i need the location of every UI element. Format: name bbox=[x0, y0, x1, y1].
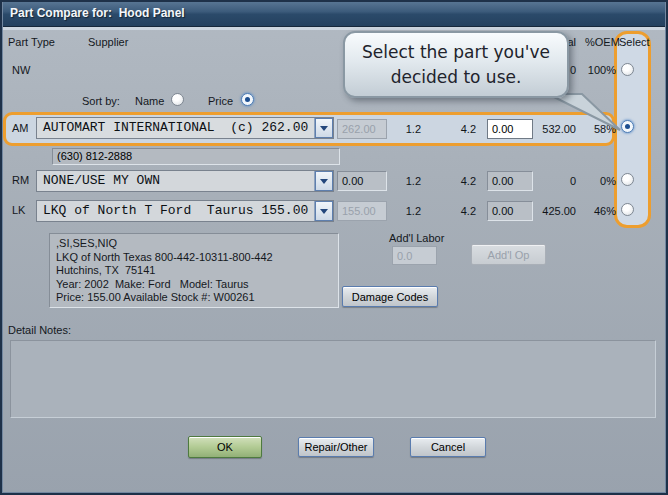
titlebar-bottom-strip bbox=[2, 27, 666, 30]
info-line: Hutchins, TX 75141 bbox=[56, 264, 332, 278]
column-header-select: Select bbox=[619, 36, 650, 48]
sort-price-label: Price bbox=[208, 95, 233, 107]
ok-button[interactable]: OK bbox=[188, 436, 262, 458]
column-header-supplier: Supplier bbox=[88, 36, 128, 48]
row-nw-select-radio[interactable] bbox=[621, 63, 634, 76]
row-lk-pct-oem: 46% bbox=[576, 205, 616, 217]
callout-text-line1: Select the part you've bbox=[345, 40, 567, 65]
row-lk-price-field: 155.00 bbox=[337, 201, 387, 221]
detail-notes-label: Detail Notes: bbox=[8, 324, 71, 336]
row-lk-supplier-dropdown[interactable]: LKQ of North T Ford Taurus 155.00 bbox=[36, 200, 334, 222]
chevron-down-icon[interactable] bbox=[314, 171, 333, 191]
row-rm-hours2: 4.2 bbox=[436, 175, 476, 187]
row-lk-total: 425.00 bbox=[516, 205, 576, 217]
row-lk-select-radio[interactable] bbox=[621, 203, 634, 216]
addl-labor-label: Add'l Labor bbox=[389, 232, 444, 244]
chevron-down-icon[interactable] bbox=[314, 201, 333, 221]
title-bar: Part Compare for: Hood Panel bbox=[0, 0, 668, 27]
info-line: Year: 2002 Make: Ford Model: Taurus bbox=[56, 278, 332, 292]
row-rm-supplier-value: NONE/USE MY OWN bbox=[37, 171, 314, 191]
sort-by-label: Sort by: bbox=[82, 95, 120, 107]
row-am-price-field: 262.00 bbox=[337, 119, 387, 139]
row-lk-hours1: 1.2 bbox=[381, 205, 421, 217]
damage-codes-button[interactable]: Damage Codes bbox=[342, 286, 438, 307]
row-rm-part-type: RM bbox=[12, 174, 29, 186]
row-am-part-type: AM bbox=[12, 122, 29, 134]
info-line: Price: 155.00 Available Stock #: W00261 bbox=[56, 291, 332, 305]
row-lk-hours2: 4.2 bbox=[436, 205, 476, 217]
row-nw-part-type: NW bbox=[12, 64, 30, 76]
column-header-pct-oem: %OEM bbox=[585, 36, 620, 48]
dialog-title: Part Compare for: Hood Panel bbox=[10, 6, 185, 20]
addl-labor-field: 0.0 bbox=[392, 246, 437, 265]
row-am-hours1: 1.2 bbox=[381, 123, 421, 135]
row-rm-price-field[interactable]: 0.00 bbox=[337, 171, 387, 191]
row-rm-hours1: 1.2 bbox=[381, 175, 421, 187]
info-line: ,SI,SES,NIQ bbox=[56, 237, 332, 251]
row-nw-pct-oem: 100% bbox=[576, 64, 616, 76]
callout-bubble: Select the part you've decided to use. bbox=[343, 31, 569, 98]
row-am-hours2: 4.2 bbox=[436, 123, 476, 135]
column-header-part-type: Part Type bbox=[8, 36, 55, 48]
info-line: LKQ of North Texas 800-442-10311-800-442 bbox=[56, 251, 332, 265]
row-rm-select-radio[interactable] bbox=[621, 173, 634, 186]
row-lk-part-type: LK bbox=[12, 204, 25, 216]
supplier-info-box: ,SI,SES,NIQ LKQ of North Texas 800-442-1… bbox=[49, 233, 339, 308]
detail-notes-area[interactable] bbox=[10, 340, 656, 418]
callout-tail bbox=[540, 93, 630, 138]
repair-other-button[interactable]: Repair/Other bbox=[298, 437, 374, 457]
row-am-supplier-value: AUTOMART INTERNATIONAL (c) 262.00 bbox=[37, 118, 314, 138]
supplier-phone-box: (630) 812-2888 bbox=[52, 148, 340, 165]
row-am-supplier-dropdown[interactable]: AUTOMART INTERNATIONAL (c) 262.00 bbox=[36, 117, 334, 139]
cancel-button[interactable]: Cancel bbox=[410, 437, 486, 457]
row-rm-supplier-dropdown[interactable]: NONE/USE MY OWN bbox=[36, 170, 334, 192]
sort-name-label: Name bbox=[135, 95, 164, 107]
chevron-down-icon[interactable] bbox=[314, 118, 333, 138]
row-rm-total: 0 bbox=[516, 175, 576, 187]
row-lk-supplier-value: LKQ of North T Ford Taurus 155.00 bbox=[37, 201, 314, 221]
addl-op-button: Add'l Op bbox=[471, 244, 546, 265]
part-compare-dialog: Part Compare for: Hood Panel ✕ Part Type… bbox=[0, 0, 668, 495]
callout-text-line2: decided to use. bbox=[345, 65, 567, 90]
sort-price-radio[interactable] bbox=[241, 93, 254, 106]
sort-name-radio[interactable] bbox=[171, 93, 184, 106]
row-rm-pct-oem: 0% bbox=[576, 175, 616, 187]
